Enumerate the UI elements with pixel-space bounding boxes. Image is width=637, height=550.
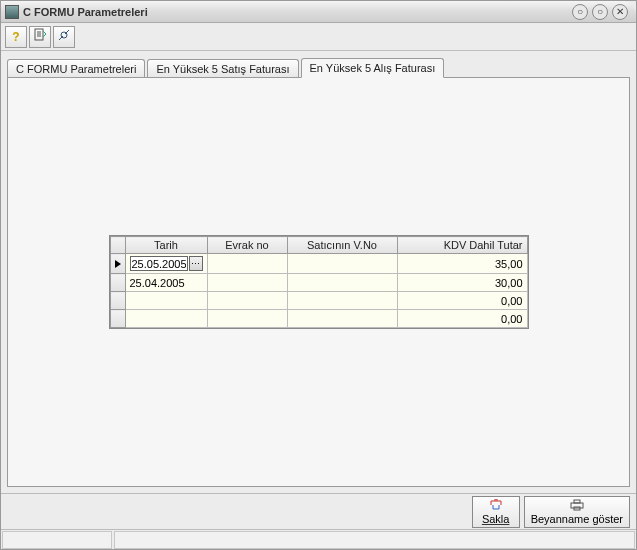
svg-rect-8: [574, 500, 580, 503]
cell-tarih[interactable]: 25.04.2005: [125, 274, 207, 292]
cell-tarih[interactable]: [125, 310, 207, 328]
row-header-corner: [110, 237, 125, 254]
bottom-toolbar: Sakla Beyanname göster: [1, 493, 636, 529]
cell-vno[interactable]: [287, 292, 397, 310]
cell-evrak[interactable]: [207, 292, 287, 310]
save-button[interactable]: Sakla: [472, 496, 520, 528]
toolbar: ?: [1, 23, 636, 51]
status-cell-1: [2, 531, 112, 549]
statusbar: [1, 529, 636, 549]
cell-kdv[interactable]: 35,00: [397, 254, 527, 274]
data-grid[interactable]: Tarih Evrak no Satıcının V.No KDV Dahil …: [109, 235, 529, 329]
clipboard-icon: [33, 28, 47, 45]
window-buttons: ○ ○ ✕: [568, 4, 632, 20]
help-icon: ?: [12, 30, 19, 44]
date-lookup-button[interactable]: ⋯: [189, 256, 203, 271]
row-pointer-icon: [115, 260, 121, 268]
tarih-input[interactable]: [130, 256, 188, 271]
cell-evrak[interactable]: [207, 274, 287, 292]
tab-parametreleri[interactable]: C FORMU Parametreleri: [7, 59, 145, 78]
save-label: Sakla: [482, 514, 510, 525]
window: C FORMU Parametreleri ○ ○ ✕ ? C FORMU Pa…: [0, 0, 637, 550]
cell-vno[interactable]: [287, 310, 397, 328]
show-declaration-button[interactable]: Beyanname göster: [524, 496, 630, 528]
table-row[interactable]: 0,00: [110, 310, 527, 328]
row-indicator: [110, 254, 125, 274]
column-header-kdv[interactable]: KDV Dahil Tutar: [397, 237, 527, 254]
status-cell-2: [114, 531, 635, 549]
row-indicator: [110, 292, 125, 310]
printer-icon: [569, 499, 585, 513]
close-button[interactable]: ✕: [612, 4, 628, 20]
table-row[interactable]: 0,00: [110, 292, 527, 310]
row-indicator: [110, 310, 125, 328]
tool-icon: [57, 28, 71, 45]
tab-alis-faturasi[interactable]: En Yüksek 5 Alış Faturası: [301, 58, 445, 78]
app-icon: [5, 5, 19, 19]
table-row[interactable]: ⋯ 35,00: [110, 254, 527, 274]
cell-tarih[interactable]: ⋯: [125, 254, 207, 274]
cell-kdv[interactable]: 0,00: [397, 310, 527, 328]
column-header-vno[interactable]: Satıcının V.No: [287, 237, 397, 254]
toolbar-button-2[interactable]: [29, 26, 51, 48]
cell-kdv[interactable]: 30,00: [397, 274, 527, 292]
row-indicator: [110, 274, 125, 292]
save-icon: [489, 499, 503, 513]
tab-panel: Tarih Evrak no Satıcının V.No KDV Dahil …: [7, 77, 630, 487]
table-row[interactable]: 25.04.2005 30,00: [110, 274, 527, 292]
tab-satis-faturasi[interactable]: En Yüksek 5 Satış Faturası: [147, 59, 298, 78]
window-title: C FORMU Parametreleri: [23, 6, 148, 18]
cell-vno[interactable]: [287, 274, 397, 292]
cell-vno[interactable]: [287, 254, 397, 274]
help-button[interactable]: ?: [5, 26, 27, 48]
minimize-button[interactable]: ○: [572, 4, 588, 20]
maximize-button[interactable]: ○: [592, 4, 608, 20]
show-declaration-label: Beyanname göster: [531, 514, 623, 525]
cell-tarih[interactable]: [125, 292, 207, 310]
titlebar-spacer: [148, 1, 568, 22]
toolbar-button-3[interactable]: [53, 26, 75, 48]
cell-evrak[interactable]: [207, 310, 287, 328]
column-header-tarih[interactable]: Tarih: [125, 237, 207, 254]
titlebar: C FORMU Parametreleri ○ ○ ✕: [1, 1, 636, 23]
tab-strip: C FORMU Parametreleri En Yüksek 5 Satış …: [1, 51, 636, 77]
cell-kdv[interactable]: 0,00: [397, 292, 527, 310]
column-header-evrak[interactable]: Evrak no: [207, 237, 287, 254]
cell-evrak[interactable]: [207, 254, 287, 274]
